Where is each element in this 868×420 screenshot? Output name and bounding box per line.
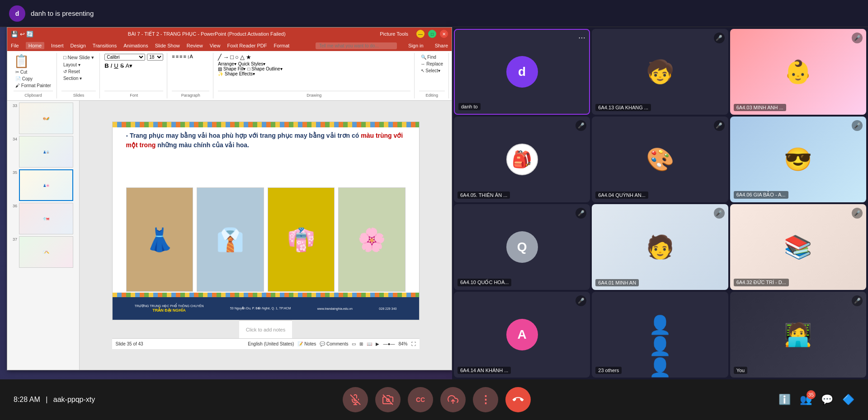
- camera-button[interactable]: [375, 387, 401, 412]
- shape-star[interactable]: ★: [246, 54, 251, 61]
- menu-file[interactable]: File: [11, 43, 19, 48]
- reading-view[interactable]: 📖: [367, 341, 372, 346]
- menu-view[interactable]: View: [210, 43, 221, 48]
- activities-icon[interactable]: 🔷: [842, 394, 854, 406]
- video-tile-you[interactable]: 🧑‍💻 You 🎤: [730, 292, 866, 378]
- underline-button[interactable]: U: [114, 62, 118, 69]
- align-right-button[interactable]: ≡: [179, 54, 182, 59]
- text-direction-button[interactable]: ↕A: [187, 54, 193, 59]
- menu-review[interactable]: Review: [187, 43, 203, 48]
- video-tile-an-khanh[interactable]: A 6A4.14 AN KHÁNH ... 🎤: [454, 292, 590, 378]
- slide-show-view[interactable]: ▶: [376, 341, 379, 346]
- strikethrough-button[interactable]: S̶: [120, 62, 124, 69]
- select-button[interactable]: ↖ Select▾: [419, 67, 443, 74]
- menu-format[interactable]: Format: [274, 43, 289, 48]
- slide-thumb-37[interactable]: 37 📝✏️: [9, 236, 77, 268]
- shape-oval[interactable]: ○: [235, 54, 239, 61]
- font-size-select[interactable]: 18: [147, 54, 163, 61]
- shape-outline-button[interactable]: □ Shape Outline▾: [247, 66, 282, 71]
- slide-thumb-34[interactable]: 34 👗👔: [9, 136, 77, 168]
- thien-an-name: 6A4.05. THIÊN ÂN ...: [458, 191, 510, 199]
- font-family-select[interactable]: Calibri: [104, 54, 145, 61]
- menu-home[interactable]: Home: [26, 42, 44, 49]
- shape-fill-button[interactable]: ▧ Shape Fill▾: [218, 66, 245, 71]
- end-call-button[interactable]: [505, 387, 531, 412]
- menu-insert[interactable]: Insert: [51, 43, 64, 48]
- gia-khang-avatar: 🧒: [646, 59, 674, 85]
- italic-button[interactable]: I: [111, 62, 113, 69]
- replace-button[interactable]: ↔ Replace: [419, 61, 445, 67]
- captions-button[interactable]: CC: [408, 387, 433, 412]
- mute-button[interactable]: [343, 387, 368, 412]
- present-button[interactable]: [440, 387, 466, 412]
- quick-styles-button[interactable]: Quick Styles▾: [238, 61, 266, 66]
- more-options-icon[interactable]: ⋯: [578, 33, 585, 42]
- close-button[interactable]: ✕: [440, 30, 448, 38]
- video-tile-gia-khang[interactable]: 🧒 6A4.13 GIA KHANG ... 🎤: [592, 29, 728, 115]
- slide-thumb-36[interactable]: 36 👕🎀: [9, 203, 77, 234]
- slide-canvas[interactable]: - Trang phục may bằng vải hoa phù hợp vớ…: [112, 121, 420, 320]
- menu-animations[interactable]: Animations: [123, 43, 148, 48]
- slide-notes[interactable]: Click to add notes: [239, 320, 292, 338]
- shape-effects-button[interactable]: ✨ Shape Effects▾: [218, 71, 255, 76]
- slide-thumb-35[interactable]: 35 👗🌸: [9, 169, 77, 201]
- shape-rect[interactable]: □: [230, 54, 234, 61]
- bold-button[interactable]: B: [104, 62, 108, 69]
- copy-button[interactable]: 📄 Copy: [14, 75, 34, 82]
- slide-panel[interactable]: 33 🎨🌈 34 👗👔 35 👗🌸 36 👕🎀: [7, 101, 80, 370]
- section-button[interactable]: Section ▾: [61, 75, 84, 82]
- normal-view[interactable]: ▭: [352, 341, 356, 346]
- menu-transitions[interactable]: Transitions: [93, 43, 117, 48]
- menu-design[interactable]: Design: [71, 43, 86, 48]
- video-tile-gia-bao[interactable]: 😎 6A4.06 GIA BẢO - A... 🎤: [730, 117, 866, 202]
- share-button[interactable]: Share: [435, 43, 448, 48]
- align-left-button[interactable]: ≡: [172, 54, 175, 59]
- cut-button[interactable]: ✂ Cut: [14, 69, 29, 75]
- slide-sorter-view[interactable]: ⊞: [359, 341, 363, 346]
- video-tile-duc-tri[interactable]: 📚 6A4.32 ĐỨC TRÍ - D... 🎤: [730, 204, 866, 290]
- minimize-button[interactable]: —: [416, 30, 425, 38]
- more-options-button[interactable]: ⋮: [473, 387, 498, 412]
- shape-line[interactable]: ╱: [218, 54, 222, 61]
- maximize-button[interactable]: □: [428, 30, 436, 38]
- minh-anh-name: 6A4.03 MINH ANH ...: [734, 104, 786, 111]
- ribbon-font: Calibri 18 B I U S̶ A▾ Font: [101, 53, 167, 98]
- zoom-slider[interactable]: —●—: [383, 341, 395, 346]
- arrange-button[interactable]: Arrange▾: [218, 61, 236, 66]
- ppt-search-input[interactable]: [316, 42, 397, 49]
- chat-icon[interactable]: 💬: [821, 394, 833, 406]
- shape-triangle[interactable]: △: [240, 54, 245, 61]
- align-center-button[interactable]: ≡: [176, 54, 179, 59]
- sign-in-button[interactable]: Sign in: [408, 43, 424, 48]
- video-tile-23-others[interactable]: 👤👤👤👤 23 others: [592, 292, 728, 378]
- video-tile-danh-to[interactable]: d danh to ⋯: [454, 29, 590, 115]
- video-tile-quynh-an[interactable]: 🎨 6A4.04 QUỲNH AN... 🎤: [592, 117, 728, 202]
- status-right: English (United States) 📝 Notes 💬 Commen…: [248, 341, 415, 346]
- format-painter-button[interactable]: 🖌 Format Painter: [14, 82, 53, 89]
- you-mute-icon: 🎤: [852, 295, 863, 306]
- minh-an-mute-icon: 🎤: [714, 208, 725, 219]
- video-tile-minh-an[interactable]: 🧑 6A4.01 MINH AN 🎤: [592, 204, 728, 290]
- quynh-an-name: 6A4.04 QUỲNH AN...: [595, 191, 648, 199]
- video-tile-quoc-hoa[interactable]: Q 6A4.10 QUỐC HOÀ... 🎤: [454, 204, 590, 290]
- reset-button[interactable]: ↺ Reset: [61, 68, 82, 75]
- shape-arrow[interactable]: →: [223, 54, 229, 61]
- duc-tri-mute-icon: 🎤: [852, 208, 863, 219]
- video-tile-thien-an[interactable]: 🎒 6A4.05. THIÊN ÂN ... 🎤: [454, 117, 590, 202]
- people-container: 👥 35: [800, 394, 812, 406]
- font-color-button[interactable]: A▾: [126, 62, 133, 69]
- slide-thumb-33[interactable]: 33 🎨🌈: [9, 103, 77, 134]
- find-button[interactable]: 🔍 Find: [419, 54, 438, 61]
- notes-icon[interactable]: 📝 Notes: [297, 341, 316, 346]
- fit-to-window[interactable]: ⛶: [411, 341, 416, 346]
- new-slide-button[interactable]: □ New Slide ▾: [61, 54, 96, 61]
- comments-icon[interactable]: 💬 Comments: [320, 341, 348, 346]
- menu-slideshow[interactable]: Slide Show: [155, 43, 180, 48]
- info-icon[interactable]: ℹ️: [778, 394, 791, 406]
- justify-button[interactable]: ≡: [183, 54, 186, 59]
- video-tile-minh-anh[interactable]: 👶 6A4.03 MINH ANH ... 🎤: [730, 29, 866, 115]
- menu-foxit[interactable]: Foxit Reader PDF: [227, 43, 267, 48]
- paste-icon[interactable]: 📋: [14, 54, 29, 69]
- layout-button[interactable]: Layout ▾: [61, 61, 82, 68]
- slide-images-row: 👗 👔 👘 🌸: [126, 187, 406, 292]
